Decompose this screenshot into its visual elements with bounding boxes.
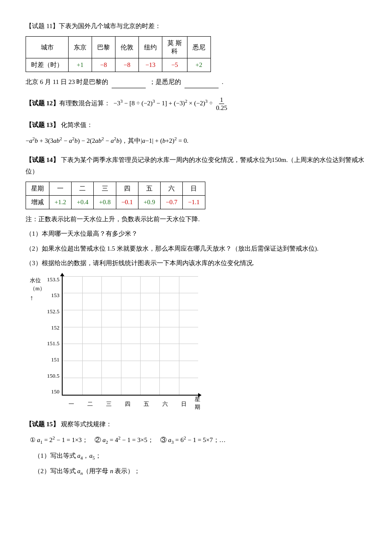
q13-title: 【试题 13】 化简求值： (26, 119, 366, 131)
grid-v-4 (140, 276, 141, 395)
q11-val-newyork: −13 (139, 58, 162, 72)
q13-title-text: 化简求值： (61, 121, 93, 128)
q11-title-text: 【试题 11】下表为国外几个城市与北京的时差： (26, 23, 161, 29)
x-label-sun: 日 (181, 400, 187, 408)
q13-title-bold: 【试题 13】 (26, 121, 59, 128)
chart-y-label: 水位（m）↑ (30, 276, 45, 303)
y-label-152: 152 (51, 324, 60, 331)
q15-title: 【试题 15】 观察等式找规律： (26, 419, 366, 430)
q15-q1-text: （1）写出等式 a4，a5； (34, 452, 101, 459)
y-label-1535: 153.5 (47, 276, 59, 283)
question-11: 【试题 11】下表为国外几个城市与北京的时差： 城市 东京 巴黎 伦敦 纽约 莫… (26, 20, 366, 88)
q14-note: 注：正数表示比前一天水位上升，负数表示比前一天水位下降. (26, 214, 366, 225)
q11-val-london: −8 (115, 58, 139, 72)
q14-header-tue: 二 (72, 182, 94, 196)
grid-h-6 (63, 361, 198, 361)
q15-f3: ③ a3 = 62 − 1 = 5×7；… (160, 436, 226, 443)
q14-q2: （2）如果水位超出警戒水位 1.5 米就要放水，那么本周应在哪几天放水？（放出后… (26, 243, 366, 255)
y-label-153: 153 (51, 292, 60, 299)
q11-val-sydney: +2 (187, 58, 210, 72)
q14-val-sun: −1.1 (183, 196, 205, 209)
q15-q2: （2）写出等式 an（用字母 n 表示）； (34, 465, 366, 478)
q11-val-moscow: −5 (162, 58, 187, 72)
chart-area: 水位（m）↑ 153.5 153 152.5 152 151.5 151 150… (26, 276, 205, 411)
question-13: 【试题 13】 化简求值： −a2b + 3(3ab2 − a2b) − 2(2… (26, 119, 366, 147)
q14-header-sun: 日 (183, 182, 205, 196)
question-12: 【试题 12】有理数混合运算： −33 − [8 ÷ (−2)3 − 1] + … (26, 96, 366, 112)
y-label-151: 151 (51, 356, 60, 363)
q14-header-fri: 五 (138, 182, 160, 196)
q15-title-text: 观察等式找规律： (61, 421, 112, 428)
y-label-1525: 152.5 (47, 308, 59, 315)
q14-val-thu: −0.1 (116, 196, 138, 209)
x-axis-labels: 一 二 三 四 五 六 日 (62, 400, 193, 408)
x-axis-title: 星期 (195, 396, 205, 411)
y-axis-labels: 153.5 153 152.5 152 151.5 151 150.5 150 (47, 276, 62, 396)
q15-q2-text: （2）写出等式 an（用字母 n 表示）； (34, 468, 140, 474)
q11-title: 【试题 11】下表为国外几个城市与北京的时差： (26, 20, 366, 32)
q14-val-mon: +1.2 (49, 196, 72, 209)
grid-h-7 (63, 378, 198, 378)
q11-header-newyork: 纽约 (139, 37, 162, 58)
grid-h-1 (63, 276, 198, 277)
q14-table: 星期 一 二 三 四 五 六 日 增减 +1.2 +0.4 +0.8 −0.1 … (26, 182, 205, 209)
q15-q1: （1）写出等式 a4，a5； (34, 450, 366, 462)
q11-question: 北京 6 月 11 日 23 时是巴黎的 ；是悉尼的 . (26, 76, 366, 88)
q11-val-tokyo: +1 (69, 58, 92, 72)
q14-header-sat: 六 (161, 182, 183, 196)
q11-header-paris: 巴黎 (92, 37, 115, 58)
q11-connector: ；是悉尼的 (149, 78, 181, 85)
grid-v-2 (101, 276, 102, 395)
x-label-sat: 六 (162, 400, 168, 408)
q14-val-fri: +0.9 (138, 196, 160, 209)
q14-title-bold: 【试题 14】 (26, 156, 59, 163)
q11-q-text: 北京 6 月 11 日 23 时是巴黎的 (26, 78, 108, 85)
q14-header-mon: 一 (49, 182, 72, 196)
chart-grid-container: 153.5 153 152.5 152 151.5 151 150.5 150 (47, 276, 205, 411)
q11-table: 城市 东京 巴黎 伦敦 纽约 莫 斯科 悉尼 时差（时） +1 −8 −8 −1… (26, 36, 211, 72)
grid-v-5 (159, 276, 160, 395)
y-label-150: 150 (51, 388, 60, 395)
q13-formula: −a2b + 3(3ab2 − a2b) − 2(2ab2 − a2b)，其中|… (26, 134, 366, 147)
q12-title: 【试题 12】有理数混合运算： −33 − [8 ÷ (−2)3 − 1] + … (26, 96, 366, 112)
q14-row-change-label: 增减 (26, 196, 49, 209)
q11-header-city: 城市 (26, 37, 69, 58)
grid-h-5 (63, 344, 198, 344)
grid-h-3 (63, 310, 198, 310)
fraction-1-025: 1 0.25 (215, 96, 228, 112)
q14-title-text: 下表为某个两季水库管理员记录的水库一周内的水位变化情况，警戒水位为150m.（上… (26, 156, 364, 175)
x-label-wed: 三 (106, 400, 112, 408)
grid-h-2 (63, 293, 198, 293)
q11-header-moscow: 莫 斯科 (162, 37, 187, 58)
q14-title: 【试题 14】 下表为某个两季水库管理员记录的水库一周内的水位变化情况，警戒水位… (26, 154, 366, 177)
q11-header-london: 伦敦 (115, 37, 139, 58)
q14-val-tue: +0.4 (72, 196, 94, 209)
y-label-1505: 150.5 (47, 373, 59, 379)
q14-val-wed: +0.8 (94, 196, 116, 209)
q11-blank-paris (112, 76, 146, 88)
q14-note-text: 注：正数表示比前一天水位上升，负数表示比前一天水位下降. (26, 216, 200, 223)
x-axis-arrow (198, 393, 202, 397)
q13-formula-text: −a2b + 3(3ab2 − a2b) − 2(2ab2 − a2b)，其中|… (26, 137, 188, 144)
q14-val-sat: −0.7 (161, 196, 183, 209)
q14-header-thu: 四 (116, 182, 138, 196)
grid-v-3 (121, 276, 121, 395)
y-axis-arrow (60, 273, 64, 276)
q11-val-paris: −8 (92, 58, 115, 72)
q15-formulas: ① a1 = 22 − 1 = 1×3； ② a2 = 42 − 1 = 3×5… (30, 434, 366, 446)
q15-f2: ② a2 = 42 − 1 = 3×5； (95, 436, 154, 443)
q14-q1-text: （1）本周哪一天水位最高？有多少米？ (26, 230, 138, 237)
x-label-mon: 一 (69, 400, 74, 408)
q12-title-text: 【试题 12】有理数混合运算： −33 − [8 ÷ (−2)3 − 1] + … (26, 100, 229, 107)
q11-header-tokyo: 东京 (69, 37, 92, 58)
q14-q3: （3）根据给出的数据，请利用折线统计图表示一下本周内该水库的水位变化情况. (26, 257, 366, 269)
q14-q2-text: （2）如果水位超出警戒水位 1.5 米就要放水，那么本周应在哪几天放水？（放出后… (26, 245, 319, 252)
q11-blank-sydney (184, 76, 219, 88)
grid-v-6 (179, 276, 179, 395)
grid-h-4 (63, 327, 198, 327)
x-label-thu: 四 (125, 400, 130, 408)
chart-grid (62, 276, 198, 396)
grid-v-1 (82, 276, 83, 395)
y-label-1515: 151.5 (47, 340, 59, 347)
q15-title-bold: 【试题 15】 (26, 421, 59, 428)
